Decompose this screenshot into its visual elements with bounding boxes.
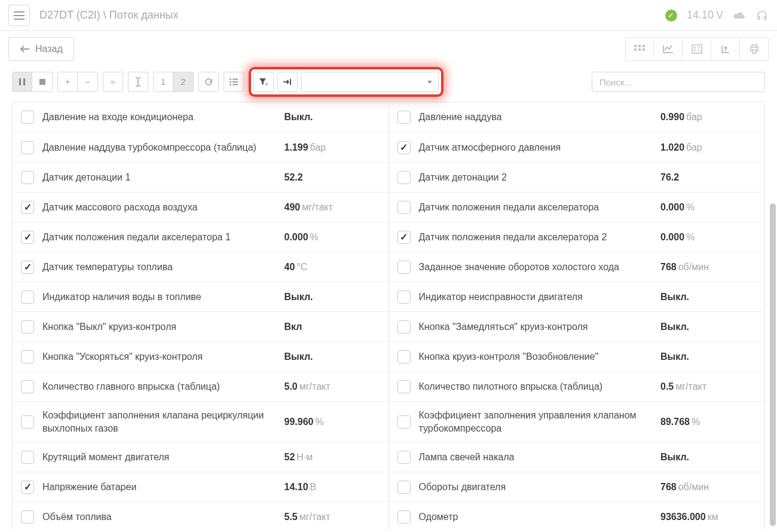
list-button[interactable] — [224, 72, 244, 92]
row-checkbox[interactable] — [21, 320, 34, 334]
text-cursor-button[interactable] — [128, 72, 148, 92]
row-checkbox[interactable] — [21, 291, 34, 304]
row-value: 490 — [285, 202, 301, 212]
row-value: 0.5 — [660, 381, 674, 392]
headset-icon[interactable] — [755, 9, 769, 22]
row-checkbox[interactable] — [21, 171, 34, 184]
pause-button[interactable] — [12, 72, 32, 92]
data-row: Крутящий момент двигателя52Н·м — [13, 442, 389, 472]
row-label: Датчик положения педали акселератора — [411, 201, 661, 214]
pause-icon — [19, 78, 25, 85]
row-value: 5.5 — [285, 512, 298, 522]
row-checkbox[interactable] — [21, 481, 34, 494]
row-value: 0.990 — [660, 112, 684, 122]
row-checkbox[interactable] — [21, 201, 34, 214]
data-row: Индикатор неисправности двигателяВыкл. — [389, 282, 765, 311]
status-area: ✓ 14.10V — [665, 9, 769, 22]
data-row: Давление на входе кондиционераВыкл. — [13, 102, 389, 132]
row-label: Давление на входе кондиционера — [34, 111, 285, 124]
chart-button[interactable] — [654, 37, 683, 61]
menu-button[interactable] — [8, 5, 30, 26]
approx-button[interactable]: ≈ — [103, 72, 123, 92]
row-checkbox[interactable] — [397, 201, 411, 214]
refresh-icon — [204, 78, 213, 86]
refresh-button[interactable] — [198, 72, 219, 92]
print-button[interactable] — [740, 37, 769, 61]
row-checkbox[interactable] — [397, 171, 411, 184]
row-value: 89.768 — [660, 417, 690, 427]
row-checkbox[interactable] — [21, 141, 34, 154]
row-label: Давление наддува турбокомпрессора (табли… — [34, 141, 285, 154]
data-row: Кнопка "Замедляться" круиз-контроляВыкл. — [389, 311, 765, 341]
row-checkbox[interactable] — [397, 481, 411, 494]
row-unit: мг/такт — [299, 512, 331, 522]
data-column-left: Давление на входе кондиционераВыкл.Давле… — [13, 102, 389, 530]
row-checkbox[interactable] — [397, 415, 411, 429]
cloud-icon[interactable] — [733, 9, 746, 22]
search-input[interactable] — [592, 72, 765, 92]
row-checkbox[interactable] — [397, 380, 411, 393]
row-checkbox[interactable] — [397, 291, 411, 304]
row-checkbox[interactable] — [21, 231, 34, 244]
filter-dropdown[interactable] — [301, 72, 439, 92]
row-unit: об/мин — [678, 262, 709, 272]
data-row: Датчик массового расхода воздуха490мг/та… — [13, 192, 389, 222]
row-unit: бар — [686, 112, 702, 122]
stop-button[interactable] — [32, 72, 53, 92]
svg-point-12 — [230, 81, 231, 83]
row-value-cell: 89.768% — [660, 417, 756, 427]
row-checkbox[interactable] — [397, 510, 411, 524]
row-value: Выкл. — [285, 292, 313, 302]
row-value: 1.020 — [660, 142, 684, 152]
row-checkbox[interactable] — [21, 380, 34, 393]
row-label: Лампа свечей накала — [411, 451, 661, 464]
chart-line-icon — [663, 45, 674, 53]
row-value-cell: 1.199бар — [285, 142, 380, 153]
scrollbar-thumb[interactable] — [770, 203, 776, 526]
row-unit: °C — [296, 262, 307, 272]
add-button[interactable]: ＋ — [57, 72, 78, 92]
row-label: Обороты двигателя — [411, 481, 661, 494]
back-button[interactable]: Назад — [8, 37, 74, 61]
clear-filter-button[interactable]: x — [253, 72, 274, 92]
scrollbar[interactable] — [770, 203, 776, 526]
row-unit: В — [310, 482, 317, 492]
row-unit: % — [692, 417, 700, 427]
row-checkbox[interactable] — [397, 231, 411, 244]
row-checkbox[interactable] — [21, 451, 34, 464]
go-to-button[interactable] — [277, 72, 298, 92]
row-checkbox[interactable] — [397, 261, 411, 274]
row-checkbox[interactable] — [397, 141, 411, 154]
svg-rect-7 — [19, 78, 21, 85]
fullscreen-button[interactable] — [683, 37, 711, 61]
row-value: 93636.000 — [660, 512, 706, 522]
row-checkbox[interactable] — [21, 261, 34, 274]
row-unit: Н·м — [296, 452, 313, 462]
row-checkbox[interactable] — [21, 510, 34, 524]
row-checkbox[interactable] — [397, 320, 411, 334]
remove-button[interactable]: − — [78, 72, 98, 92]
hamburger-icon — [14, 11, 25, 20]
grid-view-button[interactable] — [625, 37, 654, 61]
view-1-button[interactable]: 1 — [153, 72, 173, 92]
print-icon — [749, 44, 760, 54]
data-row: Датчик положения педали акселератора0.00… — [389, 192, 765, 222]
export-icon — [721, 44, 730, 54]
view-2-button[interactable]: 2 — [173, 72, 194, 92]
svg-rect-1 — [638, 45, 641, 47]
export-button[interactable] — [711, 37, 740, 61]
row-checkbox[interactable] — [21, 350, 34, 363]
row-value-cell: Выкл. — [285, 292, 380, 302]
data-row: Датчик температуры топлива40°C — [13, 252, 389, 282]
row-checkbox[interactable] — [397, 350, 411, 363]
row-unit: бар — [310, 142, 326, 152]
svg-rect-4 — [638, 48, 641, 51]
row-checkbox[interactable] — [21, 111, 34, 124]
data-row: Индикатор наличия воды в топливеВыкл. — [13, 282, 389, 311]
row-checkbox[interactable] — [397, 451, 411, 464]
row-checkbox[interactable] — [397, 111, 411, 124]
row-checkbox[interactable] — [21, 415, 34, 429]
row-value-cell: 52Н·м — [285, 452, 380, 463]
data-row: Датчик детонации 276.2 — [389, 162, 765, 192]
row-value: 40 — [285, 262, 295, 272]
